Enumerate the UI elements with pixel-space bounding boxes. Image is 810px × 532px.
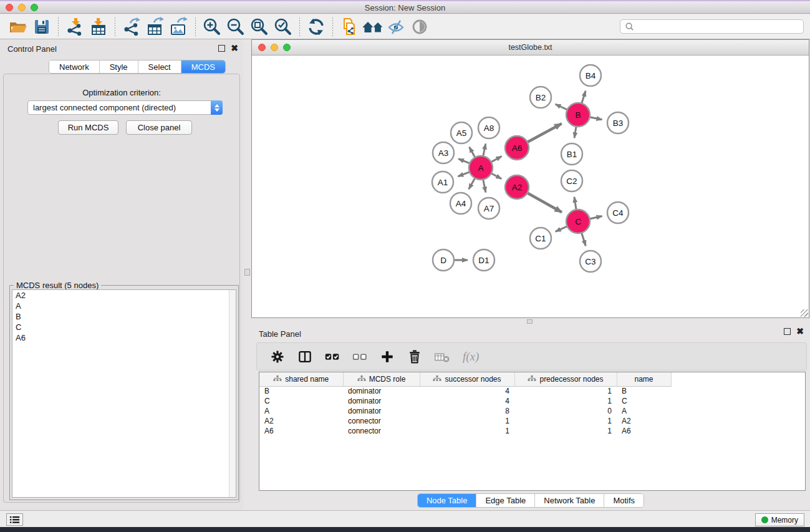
first-neighbors-button[interactable] (361, 16, 385, 37)
zoom-out-button[interactable] (224, 16, 248, 37)
close-panel-icon[interactable]: ✖ (796, 328, 804, 335)
column-header-predecessor-nodes[interactable]: predecessor nodes (514, 372, 617, 386)
graph-node-C4[interactable]: C4 (607, 202, 629, 223)
zoom-fit-button[interactable] (248, 16, 271, 37)
splitter-handle[interactable] (244, 269, 250, 276)
tab-node-table[interactable]: Node Table (418, 494, 477, 507)
deselect-all-button[interactable] (350, 347, 369, 366)
checked-boxes-icon (324, 348, 341, 365)
graph-node-A7[interactable]: A7 (478, 198, 499, 219)
memory-button[interactable]: Memory (755, 513, 804, 526)
delete-table-button[interactable] (433, 347, 451, 366)
table-row[interactable]: A2 connector 1 1 A2 (259, 416, 671, 426)
tab-mcds[interactable]: MCDS (181, 60, 225, 73)
graph-node-B[interactable]: B (566, 103, 590, 127)
list-item[interactable]: C (12, 322, 236, 332)
vertical-splitter[interactable] (243, 39, 251, 511)
graph-node-A5[interactable]: A5 (451, 122, 472, 143)
export-network-button[interactable] (120, 16, 143, 37)
memory-label: Memory (771, 516, 798, 525)
open-session-button[interactable] (6, 16, 30, 37)
network-canvas[interactable]: B4B2BB3A5A8A6A3B1AA1C2A2A4A7C4CC1C3DD1 (252, 56, 809, 317)
graph-node-D1[interactable]: D1 (473, 249, 494, 271)
add-row-button[interactable] (378, 347, 397, 366)
table-row[interactable]: A6 connector 1 1 A6 (259, 426, 671, 436)
column-header-shared-name[interactable]: shared name (259, 372, 343, 386)
list-item[interactable]: A (12, 301, 236, 311)
network-title: testGlobe.txt (252, 43, 809, 52)
tab-style[interactable]: Style (100, 60, 138, 73)
column-header-mcds-role[interactable]: MCDS role (343, 372, 420, 386)
show-column-button[interactable] (296, 347, 314, 366)
column-header-name[interactable]: name (617, 372, 671, 386)
delete-row-button[interactable] (405, 347, 424, 366)
graph-node-B3[interactable]: B3 (607, 112, 629, 133)
tab-motifs[interactable]: Motifs (604, 494, 644, 507)
network-window-titlebar[interactable]: testGlobe.txt (252, 40, 809, 56)
column-header-successor-nodes[interactable]: successor nodes (420, 372, 514, 386)
run-mcds-button[interactable]: Run MCDS (58, 120, 118, 135)
show-all-button[interactable] (408, 16, 432, 37)
graph-node-A8[interactable]: A8 (478, 117, 499, 138)
graph-node-A[interactable]: A (469, 156, 493, 180)
zoom-selected-button[interactable] (271, 16, 295, 37)
tab-select[interactable]: Select (138, 60, 181, 73)
tab-edge-table[interactable]: Edge Table (476, 494, 535, 507)
zoom-in-button[interactable] (200, 16, 224, 37)
apply-layout-button[interactable] (304, 16, 328, 37)
close-panel-icon[interactable]: ✖ (231, 45, 238, 52)
graph-node-C[interactable]: C (566, 210, 590, 233)
graph-node-D[interactable]: D (433, 249, 454, 271)
svg-text:A: A (478, 163, 483, 173)
list-item[interactable]: A2 (12, 290, 236, 301)
hide-selected-button[interactable] (385, 16, 408, 37)
list-item[interactable]: A6 (12, 332, 236, 343)
save-session-button[interactable] (30, 16, 54, 37)
scrollbar-track[interactable] (229, 290, 236, 497)
network-graph[interactable]: B4B2BB3A5A8A6A3B1AA1C2A2A4A7C4CC1C3DD1 (252, 56, 809, 318)
save-icon (32, 17, 51, 36)
svg-text:A6: A6 (512, 143, 523, 153)
float-panel-icon[interactable] (218, 45, 225, 52)
window-resize-grip[interactable] (801, 309, 808, 317)
list-item[interactable]: B (12, 311, 236, 322)
import-table-icon (89, 17, 108, 37)
export-image-button[interactable] (167, 16, 191, 37)
horizontal-splitter-handle[interactable] (527, 319, 533, 324)
graph-node-B4[interactable]: B4 (580, 65, 601, 86)
import-network-button[interactable] (63, 16, 87, 37)
table-settings-button[interactable] (268, 347, 287, 366)
import-table-button[interactable] (87, 16, 110, 37)
control-panel-title: Control Panel (7, 44, 57, 54)
unchecked-boxes-icon (351, 348, 369, 365)
table-row[interactable]: B dominator 4 1 B (259, 386, 671, 396)
apply-function-button[interactable]: f(x) (460, 347, 488, 366)
graph-node-A6[interactable]: A6 (505, 136, 529, 160)
search-input[interactable] (634, 21, 803, 32)
table-row[interactable]: A dominator 8 0 A (259, 406, 671, 416)
select-all-button[interactable] (323, 347, 342, 366)
graph-node-A2[interactable]: A2 (505, 175, 529, 199)
graph-node-C2[interactable]: C2 (561, 170, 582, 191)
tab-network-table[interactable]: Network Table (535, 494, 604, 507)
table-toolbar: f(x) (256, 342, 807, 370)
tab-network[interactable]: Network (49, 60, 100, 73)
mcds-tab-content: Optimization criterion: largest connecte… (3, 74, 240, 503)
svg-text:D1: D1 (478, 256, 489, 265)
graph-node-A4[interactable]: A4 (450, 193, 471, 214)
graph-node-C1[interactable]: C1 (530, 228, 551, 249)
show-task-history-button[interactable] (6, 513, 23, 526)
graph-node-B2[interactable]: B2 (530, 87, 551, 108)
desktop-background (0, 527, 810, 532)
graph-node-B1[interactable]: B1 (561, 143, 582, 165)
export-table-button[interactable] (143, 16, 167, 37)
status-bar: Memory (0, 510, 810, 527)
float-panel-icon[interactable] (784, 328, 791, 335)
graph-node-A1[interactable]: A1 (432, 172, 453, 193)
close-panel-button[interactable]: Close panel (126, 120, 192, 135)
graph-node-C3[interactable]: C3 (580, 251, 601, 272)
optimization-criterion-dropdown[interactable]: largest connected component (directed) (27, 100, 223, 115)
graph-node-A3[interactable]: A3 (433, 142, 454, 163)
table-row[interactable]: C dominator 4 1 C (259, 396, 671, 406)
new-network-from-selection-button[interactable] (337, 16, 361, 37)
